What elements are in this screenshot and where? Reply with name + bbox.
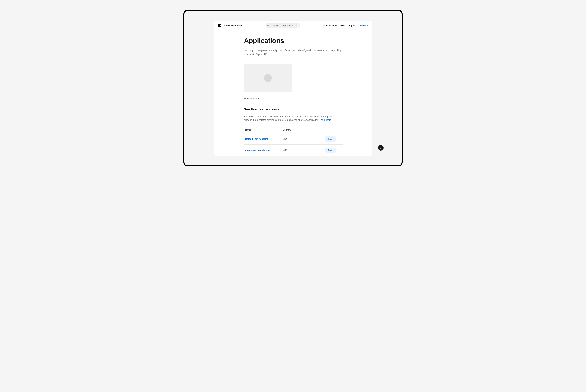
column-header-name: Name	[245, 128, 283, 131]
search-icon	[267, 24, 269, 26]
page-title: Applications	[244, 37, 343, 44]
ellipsis-icon: •••	[338, 138, 341, 140]
ellipsis-icon: •••	[258, 98, 261, 99]
plus-icon	[266, 76, 269, 80]
more-actions-button[interactable]: •••	[338, 149, 341, 151]
nav-links: Docs & Tools SDKs Support Account	[323, 24, 368, 27]
open-button[interactable]: Open	[325, 148, 336, 152]
account-country: USA	[283, 138, 320, 140]
show-all-label: Show all apps	[244, 97, 257, 100]
account-name-link[interactable]: Default Test Account	[245, 138, 283, 140]
more-actions-button[interactable]: •••	[338, 138, 341, 140]
sandbox-accounts-table: Name Country Default Test Account USA Op…	[244, 126, 343, 156]
nav-support[interactable]: Support	[348, 24, 357, 27]
page-description: Each application provides a unique set o…	[244, 48, 343, 56]
logo-text: Square Developer	[223, 24, 242, 27]
svg-point-0	[268, 24, 269, 26]
nav-sdks[interactable]: SDKs	[340, 24, 345, 27]
search-input[interactable]: Search developer resources /	[266, 23, 300, 28]
column-header-country: Country	[283, 128, 320, 131]
open-button[interactable]: Open	[325, 136, 336, 142]
sandbox-section-title: Sandbox test accounts	[244, 108, 343, 111]
table-row: Default Test Account USA Open •••	[244, 134, 343, 144]
add-application-card[interactable]	[244, 64, 292, 92]
help-button[interactable]: ?	[378, 145, 384, 151]
table-row: square up module test USA Open •••	[244, 144, 343, 156]
show-all-apps-button[interactable]: Show all apps •••	[244, 97, 343, 100]
learn-more-link[interactable]: Learn more	[320, 119, 331, 121]
ellipsis-icon: •••	[338, 149, 341, 151]
account-name-link[interactable]: square up module test	[245, 149, 283, 151]
app-window: Square Developer Search developer resour…	[214, 20, 372, 156]
search-placeholder: Search developer resources	[271, 24, 295, 26]
header: Square Developer Search developer resour…	[214, 20, 372, 30]
table-header: Name Country	[244, 126, 343, 134]
search-shortcut-key: /	[296, 24, 298, 27]
nav-account[interactable]: Account	[360, 24, 368, 27]
add-circle	[264, 74, 272, 82]
svg-line-1	[269, 26, 269, 26]
account-country: USA	[283, 149, 320, 151]
logo[interactable]: Square Developer	[218, 24, 242, 27]
sandbox-section-description: Sandbox seller accounts allow you to tes…	[244, 115, 343, 122]
nav-docs-tools[interactable]: Docs & Tools	[323, 24, 337, 27]
square-logo-icon	[218, 24, 221, 27]
question-icon: ?	[380, 146, 382, 149]
